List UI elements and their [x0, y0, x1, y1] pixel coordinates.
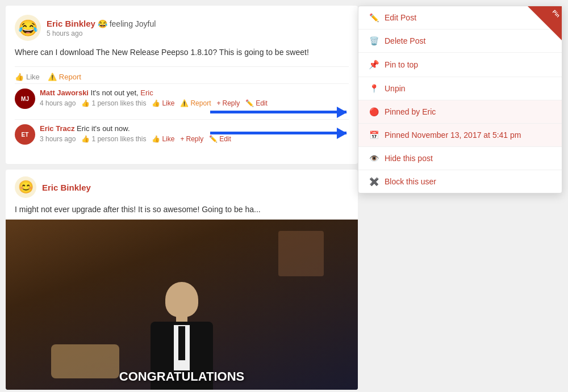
- comment-mention-eric: Eric: [140, 88, 153, 97]
- menu-item-pin-top[interactable]: 📌 Pin to top: [358, 53, 562, 77]
- comment-like-eric[interactable]: 👍 Like: [152, 135, 174, 143]
- likes-icon-2: 👍: [81, 135, 90, 143]
- menu-item-block-user[interactable]: ✖️ Block this user: [358, 170, 562, 193]
- post2-author-name: Eric Binkley: [42, 183, 91, 192]
- arrow-2: [210, 132, 346, 134]
- delete-post-icon: 🗑️: [369, 36, 379, 45]
- menu-item-pinned-date: 📅 Pinned November 13, 2017 at 5:41 pm: [358, 124, 562, 147]
- likes-icon: 👍: [81, 99, 90, 107]
- post-card: 😂 Eric Binkley 😂 feeling Joyful 5 hours …: [6, 6, 358, 164]
- pinned-date-label: Pinned November 13, 2017 at 5:41 pm: [385, 130, 521, 140]
- arrow-1: [210, 111, 346, 113]
- like-icon: 👍: [15, 73, 24, 81]
- edit-post-label: Edit Post: [385, 13, 416, 22]
- edit-icon-2: ✏️: [209, 135, 218, 143]
- pin-top-label: Pin to top: [385, 60, 418, 69]
- report-icon-small: ⚠️: [180, 99, 189, 107]
- post-author-block: Eric Binkley 😂 feeling Joyful 5 hours ag…: [47, 19, 156, 37]
- comment-reply-matt[interactable]: + Reply: [216, 99, 240, 107]
- block-user-icon: ✖️: [369, 177, 379, 186]
- post-author-line: Eric Binkley 😂 feeling Joyful: [47, 19, 156, 28]
- comment-meta-eric: 3 hours ago 👍 1 person likes this 👍 Like…: [40, 135, 231, 143]
- menu-item-unpin[interactable]: 📍 Unpin: [358, 77, 562, 100]
- post-author-name: Eric Binkley: [47, 19, 95, 28]
- like-icon-2: 👍: [152, 135, 160, 143]
- pinned-by-icon: 🔴: [369, 107, 379, 116]
- pinned-date-icon: 📅: [369, 130, 379, 140]
- block-user-label: Block this user: [385, 177, 436, 186]
- blue-arrow-2: [210, 132, 346, 134]
- post2-avatar: 😊: [15, 176, 36, 198]
- like-button[interactable]: 👍 Like: [15, 73, 40, 81]
- menu-item-hide-post[interactable]: 👁️ Hide this post: [358, 147, 562, 170]
- hide-post-label: Hide this post: [385, 154, 433, 163]
- comment-text-matt: Matt Jaworski It's not out yet, Eric: [40, 88, 268, 97]
- post-content: Where can I download The New Release Pee…: [15, 47, 349, 58]
- unpin-icon: 📍: [369, 84, 379, 93]
- comment-edit-matt[interactable]: ✏️ Edit: [245, 99, 268, 107]
- pinned-by-label: Pinned by Eric: [385, 107, 436, 116]
- reply-icon: +: [216, 99, 220, 107]
- comment-body-eric: Eric Tracz Eric it's out now. 3 hours ag…: [40, 124, 231, 145]
- comment-row: MJ Matt Jaworski It's not out yet, Eric …: [15, 83, 349, 113]
- comment-reply-eric[interactable]: + Reply: [180, 135, 203, 143]
- reply-icon-2: +: [180, 135, 184, 143]
- post-header: 😂 Eric Binkley 😂 feeling Joyful 5 hours …: [15, 15, 349, 41]
- report-button[interactable]: ⚠️ Report: [48, 73, 81, 81]
- delete-post-label: Delete Post: [385, 36, 425, 45]
- dropdown-menu: Pin ✏️ Edit Post 🗑️ Delete Post 📌 Pin to…: [358, 6, 562, 193]
- post2-author-block: Eric Binkley: [42, 183, 91, 192]
- comment-time-eric: 3 hours ago: [40, 135, 76, 143]
- hide-post-icon: 👁️: [369, 154, 379, 163]
- comment-likes-eric: 👍 1 person likes this: [81, 135, 146, 143]
- comment-avatar-matt: MJ: [15, 88, 35, 109]
- menu-item-pinned-by: 🔴 Pinned by Eric: [358, 100, 562, 124]
- post-time: 5 hours ago: [47, 29, 156, 37]
- comment-author-matt: Matt Jaworski: [40, 88, 89, 97]
- post-image-header: 😊 Eric Binkley: [6, 170, 358, 205]
- post-image: CONGRATULATIONS: [6, 220, 358, 390]
- comment-time-matt: 4 hours ago: [40, 99, 76, 107]
- comment-body-matt: Matt Jaworski It's not out yet, Eric 4 h…: [40, 88, 268, 109]
- page-wrapper: 😂 Eric Binkley 😂 feeling Joyful 5 hours …: [0, 0, 568, 392]
- arrows-container: [210, 111, 346, 134]
- comment-report-matt[interactable]: ⚠️ Report: [180, 99, 211, 107]
- report-icon: ⚠️: [48, 73, 57, 81]
- like-icon-small: 👍: [152, 99, 160, 107]
- post-feeling: 😂 feeling Joyful: [98, 19, 156, 28]
- post2-content: I might not ever upgrade after this! It …: [6, 205, 358, 220]
- comment-likes-matt: 👍 1 person likes this: [81, 99, 146, 107]
- image-scene: [6, 220, 358, 390]
- comment-text-eric: Eric Tracz Eric it's out now.: [40, 124, 231, 133]
- comment-edit-eric[interactable]: ✏️ Edit: [209, 135, 231, 143]
- comment-like-matt[interactable]: 👍 Like: [152, 99, 174, 107]
- pin-top-icon: 📌: [369, 60, 379, 70]
- comment-meta-matt: 4 hours ago 👍 1 person likes this 👍 Like…: [40, 99, 268, 107]
- post-image-card: 😊 Eric Binkley I might not ever upgrade …: [6, 170, 358, 390]
- post-actions: 👍 Like ⚠️ Report: [15, 66, 349, 81]
- image-caption: CONGRATULATIONS: [119, 369, 244, 384]
- author-avatar: 😂: [15, 15, 41, 41]
- comment-author-eric: Eric Tracz: [40, 124, 74, 133]
- edit-icon: ✏️: [245, 99, 254, 107]
- comment-avatar-eric: ET: [15, 124, 35, 145]
- unpin-label: Unpin: [385, 84, 406, 93]
- blue-arrow-1: [210, 111, 346, 113]
- edit-post-icon: ✏️: [369, 13, 379, 22]
